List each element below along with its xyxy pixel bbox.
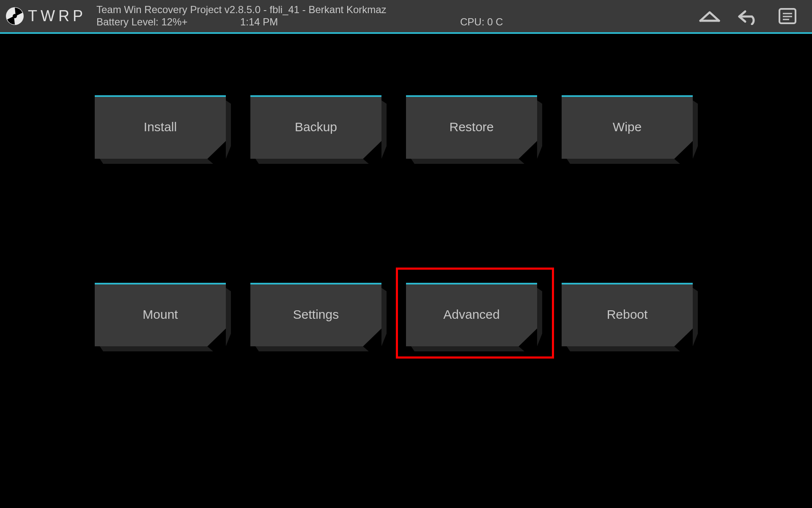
button-shadow [381,288,387,346]
back-icon[interactable] [737,7,760,25]
battery-level: Battery Level: 12%+ [96,16,240,28]
cpu-temp: CPU: 0 C [460,16,503,28]
button-shadow [100,346,226,351]
button-label: Install [144,120,177,134]
clock: 1:14 PM [240,16,460,28]
button-label: Mount [143,307,178,322]
button-shadow [693,100,698,159]
button-shadow [226,100,231,159]
button-shadow [537,288,542,346]
menu-grid: Install Backup Restore Wipe Mount Settin… [95,95,693,346]
button-shadow [100,159,226,164]
button-shadow [411,159,537,164]
svg-point-1 [13,14,17,18]
button-shadow [226,288,231,346]
reboot-button[interactable]: Reboot [562,283,693,346]
button-shadow [411,346,537,351]
advanced-button[interactable]: Advanced [406,283,537,346]
button-label: Reboot [607,307,648,322]
twrp-logo-icon [5,6,25,26]
button-shadow [537,100,542,159]
home-icon[interactable] [698,7,721,25]
button-shadow [567,159,693,164]
main-content: Install Backup Restore Wipe Mount Settin… [0,34,812,508]
header-icons [698,7,799,25]
button-shadow [567,346,693,351]
backup-button[interactable]: Backup [250,95,381,159]
button-label: Advanced [443,307,499,322]
mount-button[interactable]: Mount [95,283,226,346]
status-block: Team Win Recovery Project v2.8.5.0 - fbl… [96,4,698,28]
install-button[interactable]: Install [95,95,226,159]
wipe-button[interactable]: Wipe [562,95,693,159]
button-shadow [255,346,381,351]
button-label: Wipe [613,120,642,134]
title-line: Team Win Recovery Project v2.8.5.0 - fbl… [96,4,698,16]
button-label: Backup [295,120,337,134]
button-shadow [693,288,698,346]
header-bar: TWRP Team Win Recovery Project v2.8.5.0 … [0,0,812,32]
button-label: Settings [293,307,339,322]
settings-button[interactable]: Settings [250,283,381,346]
log-icon[interactable] [776,7,799,25]
logo: TWRP [5,6,86,26]
logo-text: TWRP [28,7,86,25]
button-shadow [255,159,381,164]
button-shadow [381,100,387,159]
button-label: Restore [449,120,494,134]
restore-button[interactable]: Restore [406,95,537,159]
